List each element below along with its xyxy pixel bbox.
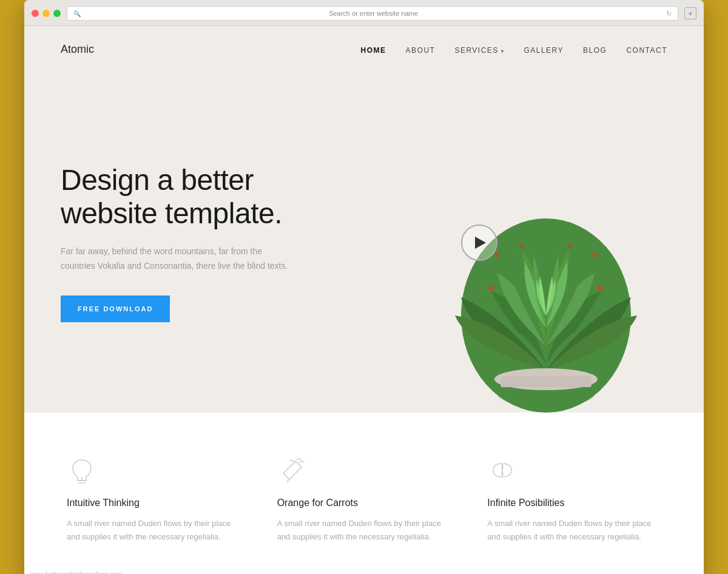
- watermark: www.heritagechristiancollege.com: [30, 571, 122, 574]
- minimize-button[interactable]: [42, 10, 50, 17]
- lightbulb-icon: [67, 455, 97, 485]
- svg-point-5: [495, 252, 500, 257]
- feature-card-infinite: Infinite Posibilities A small river name…: [481, 449, 667, 550]
- hero-title: Design a better website template.: [61, 163, 322, 230]
- search-icon: 🔍: [73, 10, 81, 17]
- nav-link-services[interactable]: SERVICES▾: [454, 46, 504, 55]
- address-bar-text: Search or enter website name: [84, 10, 662, 17]
- feature-title-infinite: Infinite Posibilities: [487, 498, 661, 508]
- cta-button[interactable]: FREE DOWNLOAD: [61, 295, 170, 322]
- infinity-icon: [487, 455, 517, 485]
- svg-rect-10: [500, 376, 592, 387]
- svg-point-4: [598, 285, 604, 291]
- feature-card-carrots: Orange for Carrots A small river named D…: [271, 449, 457, 550]
- plant-svg: [370, 73, 704, 413]
- feature-title-carrots: Orange for Carrots: [277, 498, 451, 508]
- play-button[interactable]: [461, 225, 497, 261]
- traffic-lights: [32, 10, 61, 17]
- nav-link-about[interactable]: ABOUT: [406, 46, 436, 55]
- svg-point-6: [592, 252, 597, 257]
- site-logo[interactable]: Atomic: [61, 43, 94, 56]
- browser-chrome: 🔍 Search or enter website name ↻ +: [24, 0, 704, 26]
- close-button[interactable]: [32, 10, 39, 17]
- nav-item-about[interactable]: ABOUT: [406, 44, 436, 55]
- svg-point-8: [568, 243, 573, 248]
- svg-line-14: [286, 479, 289, 482]
- feature-text-infinite: A small river named Duden flows by their…: [487, 517, 661, 544]
- nav-links: HOME ABOUT SERVICES▾ GALLERY BLOG CO: [361, 44, 667, 55]
- nav-item-gallery[interactable]: GALLERY: [524, 44, 564, 55]
- hero-image: [370, 73, 704, 413]
- svg-point-3: [488, 285, 494, 291]
- feature-text-intuitive: A small river named Duden flows by their…: [67, 517, 241, 544]
- svg-point-7: [519, 243, 524, 248]
- nav-link-gallery[interactable]: GALLERY: [524, 46, 564, 55]
- hero-subtitle: Far far away, behind the word mountains,…: [61, 245, 291, 274]
- hero-content: Design a better website template. Far fa…: [24, 163, 358, 322]
- chevron-down-icon: ▾: [501, 49, 505, 54]
- maximize-button[interactable]: [53, 10, 61, 17]
- new-tab-button[interactable]: +: [684, 7, 696, 19]
- nav-item-home[interactable]: HOME: [361, 44, 386, 55]
- nav-item-blog[interactable]: BLOG: [583, 44, 607, 55]
- nav-link-home[interactable]: HOME: [361, 46, 386, 55]
- browser-window: 🔍 Search or enter website name ↻ + Atomi…: [24, 0, 704, 574]
- feature-card-intuitive: Intuitive Thinking A small river named D…: [61, 449, 247, 550]
- nav-link-contact[interactable]: CONTACT: [626, 46, 667, 55]
- website-content: Atomic HOME ABOUT SERVICES▾ GALLERY BL: [24, 26, 704, 574]
- address-bar[interactable]: 🔍 Search or enter website name ↻: [67, 6, 678, 21]
- refresh-icon: ↻: [666, 10, 672, 18]
- feature-title-intuitive: Intuitive Thinking: [67, 498, 241, 508]
- nav-item-services[interactable]: SERVICES▾: [454, 44, 504, 55]
- hero-section: Design a better website template. Far fa…: [24, 73, 704, 413]
- nav-item-contact[interactable]: CONTACT: [626, 44, 667, 55]
- features-section: Intuitive Thinking A small river named D…: [24, 413, 704, 574]
- navigation: Atomic HOME ABOUT SERVICES▾ GALLERY BL: [24, 26, 704, 73]
- nav-link-blog[interactable]: BLOG: [583, 46, 607, 55]
- carrot-icon: [277, 455, 308, 485]
- feature-text-carrots: A small river named Duden flows by their…: [277, 517, 451, 544]
